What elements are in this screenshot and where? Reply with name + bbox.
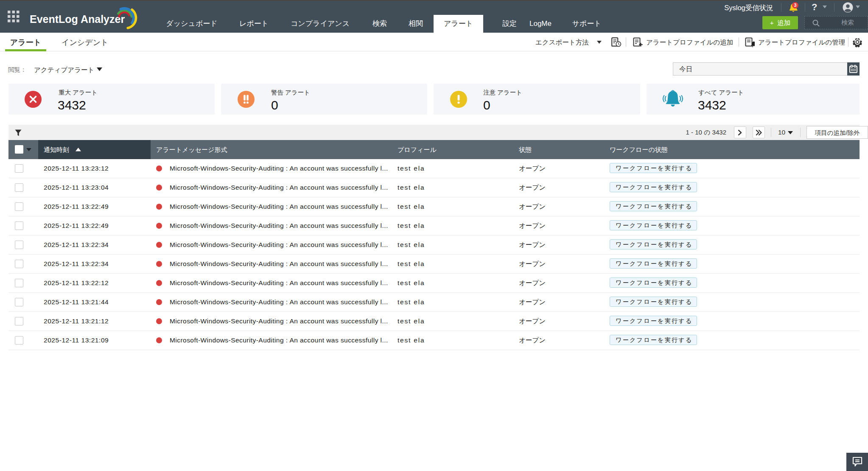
svg-text:3: 3 [794,3,796,8]
